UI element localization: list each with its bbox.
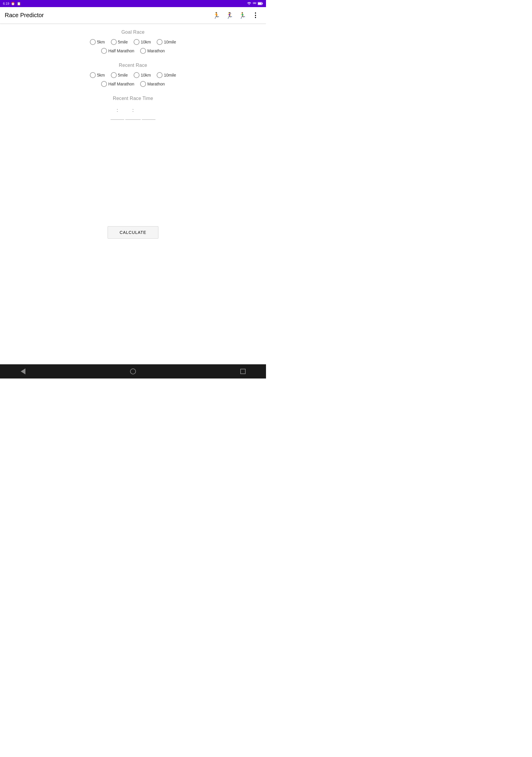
recent-10km-option[interactable]: 10km: [133, 72, 151, 78]
goal-halfmarathon-option[interactable]: Half Marathon: [101, 48, 134, 54]
goal-5km-label: 5km: [97, 40, 104, 45]
home-button[interactable]: [128, 366, 138, 377]
recent-5km-label: 5km: [97, 73, 104, 77]
minutes-field: :: [124, 107, 142, 120]
goal-10km-option[interactable]: 10km: [133, 39, 151, 45]
runner1-icon[interactable]: 🏃: [210, 10, 222, 21]
recent-10km-radio[interactable]: [133, 72, 139, 78]
goal-marathon-option[interactable]: Marathon: [140, 48, 164, 54]
recent-halfmarathon-radio[interactable]: [101, 81, 107, 87]
recent-marathon-label: Marathon: [147, 82, 164, 86]
alarm-icon: ⏰: [11, 2, 15, 6]
recent-halfmarathon-label: Half Marathon: [108, 82, 134, 86]
app-title: Race Predictor: [5, 12, 44, 19]
home-icon: [130, 369, 136, 374]
wifi-icon: [247, 1, 251, 6]
recent-race-time-title: Recent Race Time: [113, 96, 153, 101]
goal-10km-label: 10km: [141, 40, 151, 45]
calculate-button[interactable]: CALCULATE: [107, 226, 159, 239]
svg-rect-1: [258, 3, 262, 5]
seconds-input[interactable]: [142, 113, 156, 120]
recent-halfmarathon-option[interactable]: Half Marathon: [101, 81, 134, 87]
goal-marathon-label: Marathon: [147, 48, 164, 53]
goal-race-title: Goal Race: [122, 30, 144, 35]
goal-5mile-label: 5mile: [118, 40, 128, 45]
goal-10mile-option[interactable]: 10mile: [157, 39, 176, 45]
notification-icon: 📋: [17, 2, 21, 6]
goal-5km-option[interactable]: 5km: [90, 39, 104, 45]
signal-icon: [252, 1, 256, 6]
recent-10mile-label: 10mile: [164, 73, 176, 77]
battery-icon: [258, 2, 263, 5]
minutes-input[interactable]: [125, 113, 141, 120]
recent-marathon-radio[interactable]: [140, 81, 146, 87]
recent-5km-radio[interactable]: [90, 72, 96, 78]
goal-halfmarathon-radio[interactable]: [101, 48, 107, 54]
seconds-field: [142, 113, 156, 120]
runner2-icon[interactable]: 🏃‍♀️: [223, 10, 235, 21]
recent-race-section: Recent Race 5km 5mile 10km 10mile H: [5, 63, 261, 90]
recent-5mile-label: 5mile: [118, 73, 128, 77]
recent-race-row1: 5km 5mile 10km 10mile: [90, 72, 176, 78]
time-inputs: : :: [110, 107, 156, 120]
more-menu-icon[interactable]: ⋮: [250, 10, 261, 21]
recent-10mile-radio[interactable]: [157, 72, 163, 78]
recent-5mile-radio[interactable]: [111, 72, 117, 78]
recent-10mile-option[interactable]: 10mile: [157, 72, 176, 78]
hours-input[interactable]: [110, 113, 124, 120]
recent-5km-option[interactable]: 5km: [90, 72, 104, 78]
back-icon: [21, 369, 25, 374]
recent-5mile-option[interactable]: 5mile: [111, 72, 128, 78]
recent-race-row2: Half Marathon Marathon: [101, 81, 164, 87]
goal-race-row2: Half Marathon Marathon: [101, 48, 164, 54]
app-bar-actions: 🏃 🏃‍♀️ 🏃‍♂️ ⋮: [210, 10, 261, 21]
goal-5mile-option[interactable]: 5mile: [111, 39, 128, 45]
goal-5mile-radio[interactable]: [111, 39, 117, 45]
goal-10km-radio[interactable]: [133, 39, 139, 45]
status-bar: 6:19 ⏰ 📋: [0, 0, 266, 7]
goal-halfmarathon-label: Half Marathon: [108, 48, 134, 53]
app-bar: Race Predictor 🏃 🏃‍♀️ 🏃‍♂️ ⋮: [0, 7, 266, 24]
status-bar-right: [247, 1, 263, 6]
recents-icon: [240, 369, 246, 374]
goal-10mile-radio[interactable]: [157, 39, 163, 45]
recent-race-title: Recent Race: [119, 63, 147, 68]
goal-5km-radio[interactable]: [90, 39, 96, 45]
recents-button[interactable]: [238, 366, 248, 377]
goal-10mile-label: 10mile: [164, 40, 176, 45]
goal-race-section: Goal Race 5km 5mile 10km 10mile Hal: [5, 30, 261, 57]
goal-marathon-radio[interactable]: [140, 48, 146, 54]
hours-field: :: [110, 107, 124, 120]
goal-race-row1: 5km 5mile 10km 10mile: [90, 39, 176, 45]
recent-10km-label: 10km: [141, 73, 151, 77]
svg-rect-2: [262, 3, 263, 4]
main-content: Goal Race 5km 5mile 10km 10mile Hal: [0, 24, 266, 245]
back-button[interactable]: [18, 366, 28, 377]
recent-marathon-option[interactable]: Marathon: [140, 81, 164, 87]
nav-bar: [0, 364, 266, 378]
runner3-icon[interactable]: 🏃‍♂️: [236, 10, 248, 21]
recent-race-time-section: Recent Race Time : :: [5, 96, 261, 120]
status-time: 6:19: [3, 2, 9, 5]
